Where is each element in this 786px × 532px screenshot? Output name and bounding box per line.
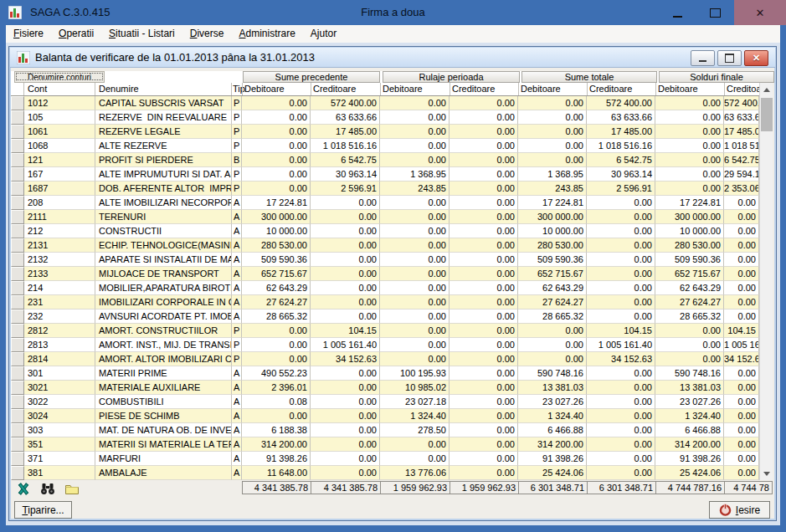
row-selector[interactable] [11,395,24,409]
cell-rp-debitoare[interactable]: 278.50 [380,423,450,437]
cell-sf-debitoare[interactable]: 27 624.27 [655,295,724,309]
cell-rp-debitoare[interactable]: 0.00 [380,96,450,110]
cell-sp-debitoare[interactable]: 300 000.00 [242,210,311,224]
cell-sp-creditoare[interactable]: 0.00 [311,381,380,395]
cell-rp-debitoare[interactable]: 0.00 [380,153,450,167]
cell-sp-creditoare[interactable]: 0.00 [311,395,380,409]
cell-sp-creditoare[interactable]: 0.00 [311,466,380,480]
row-selector[interactable] [11,210,24,224]
cell-sf-creditoare[interactable]: 0.00 [724,423,759,437]
cell-sf-creditoare[interactable]: 17 485.00 [724,125,759,139]
cell-sf-creditoare[interactable]: 0.00 [724,395,759,409]
cell-tip[interactable]: A [232,224,242,238]
cell-rp-creditoare[interactable]: 0.00 [450,167,518,182]
folder-icon[interactable] [64,483,80,495]
cell-st-creditoare[interactable]: 0.00 [587,381,655,395]
cell-sp-creditoare[interactable]: 0.00 [311,366,380,381]
cell-sp-debitoare[interactable]: 62 643.29 [242,281,311,295]
cell-sf-creditoare[interactable]: 0.00 [724,466,759,480]
row-selector[interactable] [11,96,24,110]
menu-ajutor[interactable]: Ajutor [303,25,344,43]
cell-tip[interactable]: P [232,139,242,153]
cell-sf-debitoare[interactable]: 91 398.26 [655,452,724,466]
row-selector[interactable] [11,381,24,395]
cell-sf-creditoare[interactable]: 34 152.63 [724,352,759,366]
cell-sp-creditoare[interactable]: 1 005 161.40 [311,338,380,352]
cell-sf-creditoare[interactable]: 0.00 [724,281,759,295]
cell-sf-debitoare[interactable]: 0.00 [655,167,724,182]
cell-denumire[interactable]: AMORT. ALTOR IMOBILIZARI COR [95,352,232,366]
cell-tip[interactable]: A [232,295,242,309]
row-selector[interactable] [11,182,24,196]
close-button[interactable] [734,0,786,25]
cell-rp-debitoare[interactable]: 0.00 [380,437,450,452]
cell-sp-creditoare[interactable]: 0.00 [311,224,380,238]
cell-st-creditoare[interactable]: 0.00 [587,196,655,210]
row-selector[interactable] [11,466,24,480]
cell-rp-creditoare[interactable]: 0.00 [450,352,518,366]
cell-sf-creditoare[interactable]: 0.00 [724,267,759,281]
cell-st-debitoare[interactable]: 590 748.16 [518,366,587,381]
cell-sf-debitoare[interactable]: 300 000.00 [655,210,724,224]
cell-cont[interactable]: 212 [24,224,95,238]
cell-sp-debitoare[interactable]: 0.00 [242,409,311,423]
cell-rp-debitoare[interactable]: 0.00 [380,196,450,210]
cell-tip[interactable]: A [232,196,242,210]
cell-denumire[interactable]: DOB. AFERENTE ALTOR IMPRUM [95,182,232,196]
row-selector[interactable] [11,281,24,295]
cell-st-debitoare[interactable]: 17 224.81 [518,196,587,210]
cell-sf-creditoare[interactable]: 0.00 [724,224,759,238]
cell-tip[interactable]: P [232,96,242,110]
cell-sp-creditoare[interactable]: 0.00 [311,267,380,281]
cell-st-creditoare[interactable]: 0.00 [587,437,655,452]
cell-tip[interactable]: P [232,324,242,338]
cell-rp-creditoare[interactable]: 0.00 [450,238,518,253]
cell-denumire[interactable]: REZERVE LEGALE [95,125,232,139]
cell-denumire[interactable]: ALTE IMPRUMUTURI SI DAT. ASIM [95,167,232,182]
cell-rp-debitoare[interactable]: 0.00 [380,309,450,324]
cell-sf-debitoare[interactable]: 280 530.00 [655,238,724,253]
cell-st-creditoare[interactable]: 6 542.75 [587,153,655,167]
cell-sp-creditoare[interactable]: 0.00 [311,210,380,224]
cell-rp-debitoare[interactable]: 10 985.02 [380,381,450,395]
cell-sp-creditoare[interactable]: 30 963.14 [311,167,380,182]
cell-tip[interactable]: A [232,210,242,224]
cell-cont[interactable]: 167 [24,167,95,182]
cell-sf-debitoare[interactable]: 0.00 [655,182,724,196]
header-st-creditoare[interactable]: Creditoare [587,83,655,95]
cell-st-creditoare[interactable]: 0.00 [587,238,655,253]
cell-sp-debitoare[interactable]: 509 590.36 [242,253,311,267]
cell-st-creditoare[interactable]: 34 152.63 [587,352,655,366]
cell-sf-debitoare[interactable]: 509 590.36 [655,253,724,267]
cell-rp-creditoare[interactable]: 0.00 [450,381,518,395]
report-close-button[interactable] [744,50,768,66]
cell-sf-debitoare[interactable]: 652 715.67 [655,267,724,281]
cell-tip[interactable]: A [232,238,242,253]
cell-rp-creditoare[interactable]: 0.00 [450,452,518,466]
report-minimize-button[interactable] [691,50,715,66]
cell-cont[interactable]: 105 [24,110,95,125]
cell-cont[interactable]: 2133 [24,267,95,281]
minimize-button[interactable] [659,0,696,25]
cell-sp-debitoare[interactable]: 0.00 [242,352,311,366]
cell-cont[interactable]: 214 [24,281,95,295]
cell-cont[interactable]: 1687 [24,182,95,196]
cell-tip[interactable]: P [232,167,242,182]
cell-sf-creditoare[interactable]: 0.00 [724,295,759,309]
cell-sp-debitoare[interactable]: 0.08 [242,395,311,409]
cell-tip[interactable]: A [232,437,242,452]
cell-tip[interactable]: A [232,423,242,437]
cell-st-debitoare[interactable]: 23 027.26 [518,395,587,409]
excel-export-icon[interactable] [16,483,31,495]
cell-sf-debitoare[interactable]: 25 424.06 [655,466,724,480]
cell-st-creditoare[interactable]: 0.00 [587,309,655,324]
cell-st-creditoare[interactable]: 0.00 [587,366,655,381]
scrollbar-thumb[interactable] [761,98,773,131]
cell-sp-debitoare[interactable]: 0.00 [242,182,311,196]
cell-denumire[interactable]: MAT. DE NATURA OB. DE INVENT [95,423,232,437]
cell-st-debitoare[interactable]: 652 715.67 [518,267,587,281]
cell-denumire[interactable]: ALTE IMOBILIZARI NECORPORAL [95,196,232,210]
cell-sp-creditoare[interactable]: 0.00 [311,409,380,423]
cell-rp-creditoare[interactable]: 0.00 [450,281,518,295]
cell-denumire[interactable]: MIJLOACE DE TRANSPORT [95,267,232,281]
